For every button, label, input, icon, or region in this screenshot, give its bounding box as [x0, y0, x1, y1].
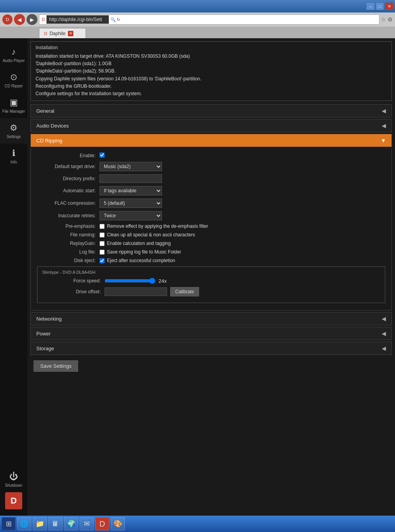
sidebar: ♪ Audio Player ⊙ CD Ripper ▣ File Manage…	[0, 38, 27, 516]
forward-btn[interactable]: ▶	[27, 14, 37, 25]
sidebar-item-audio-player[interactable]: ♪ Audio Player	[0, 42, 27, 67]
pre-emphasis-checkbox[interactable]	[100, 224, 105, 229]
sidebar-label-shutdown: Shutdown	[5, 483, 22, 488]
pre-emphasis-text: Remove effect by applying the de-emphasi…	[107, 223, 208, 229]
minimize-btn[interactable]: –	[366, 2, 375, 10]
bookmark-icon[interactable]: ☆	[381, 16, 386, 23]
tab-bar: D Daphile ✕	[0, 27, 395, 38]
cd-ripping-arrow-icon: ▼	[381, 137, 386, 144]
power-label: Power	[36, 331, 51, 337]
installation-title: Installation	[36, 45, 387, 50]
taskbar-folder-icon[interactable]: 📁	[33, 517, 47, 530]
taskbar-calc-icon[interactable]: 🖩	[48, 517, 62, 530]
title-bar: – □ ✕	[0, 0, 395, 12]
storage-label: Storage	[36, 346, 54, 351]
address-input[interactable]	[46, 15, 109, 24]
sidebar-item-info[interactable]: ℹ Info	[0, 144, 27, 169]
tab-favicon: D	[44, 31, 47, 36]
sidebar-label-audio-player: Audio Player	[3, 59, 25, 63]
close-btn[interactable]: ✕	[385, 2, 393, 10]
audio-devices-arrow-icon: ◀	[382, 122, 386, 129]
browser-tab[interactable]: D Daphile ✕	[39, 28, 86, 38]
force-speed-row: Force speed: 24x	[42, 278, 380, 284]
flac-compression-select[interactable]: 5 (default)	[100, 199, 162, 208]
cd-ripper-icon: ⊙	[10, 72, 17, 82]
log-line-1: Installation started to target drive: AT…	[36, 53, 387, 60]
enable-row: Enable:	[37, 153, 385, 159]
storage-section-header[interactable]: Storage ◀	[30, 342, 392, 355]
disk-eject-label: Disk eject:	[37, 258, 100, 263]
disk-eject-control: Eject after successful completion	[100, 258, 385, 263]
cd-ripping-section-header[interactable]: CD Ripping ▼	[30, 134, 392, 147]
daphile-favicon-back: D	[2, 14, 12, 25]
power-arrow-icon: ◀	[382, 330, 386, 337]
general-arrow-icon: ◀	[382, 108, 386, 114]
file-naming-control: Clean up all special & non ascii charact…	[100, 232, 385, 238]
default-target-drive-label: Default target drive:	[37, 164, 100, 169]
info-icon: ℹ	[12, 148, 15, 158]
sidebar-label-info: Info	[11, 160, 17, 164]
general-section-header[interactable]: General ◀	[30, 104, 392, 117]
settings-gear-icon: ⚙	[10, 123, 18, 133]
power-section-header[interactable]: Power ◀	[30, 327, 392, 340]
sidebar-item-cd-ripper[interactable]: ⊙ CD Ripper	[0, 67, 27, 93]
force-speed-label: Force speed:	[42, 278, 105, 284]
default-target-drive-row: Default target drive: Music (sda2)	[37, 162, 385, 171]
replay-gain-control: Enable calculation and tagging	[100, 241, 385, 246]
directory-prefix-row: Directory prefix:	[37, 174, 385, 183]
flac-compression-row: FLAC compression: 5 (default)	[37, 199, 385, 208]
automatic-start-label: Automatic start:	[37, 188, 100, 193]
replay-gain-checkbox[interactable]	[100, 241, 105, 246]
sidebar-label-file-manager: File Manager	[2, 109, 25, 113]
tab-close-btn[interactable]: ✕	[68, 31, 73, 36]
taskbar-earth-icon[interactable]: 🌍	[64, 517, 78, 530]
log-file-row: Log file: Save ripping log file to Music…	[37, 249, 385, 255]
sidebar-item-shutdown[interactable]: ⏻ Shutdown	[0, 467, 27, 492]
drive-offset-input[interactable]	[105, 287, 167, 296]
log-line-6: Configure settings for the installation …	[36, 90, 387, 98]
cd-ripping-label: CD Ripping	[36, 138, 62, 144]
force-speed-slider[interactable]	[105, 278, 155, 284]
address-bar[interactable]: D 🔍 ↻	[39, 14, 379, 25]
browser-bar: D ◀ ▶ D 🔍 ↻ ☆ ⚙	[0, 12, 395, 27]
log-file-checkbox[interactable]	[100, 250, 105, 255]
automatic-start-select[interactable]: If tags available Always Never	[100, 186, 162, 195]
taskbar-mail-icon[interactable]: ✉	[80, 517, 94, 530]
disk-eject-checkbox[interactable]	[100, 258, 105, 263]
enable-checkbox[interactable]	[100, 153, 105, 158]
maximize-btn[interactable]: □	[375, 2, 384, 10]
audio-devices-label: Audio Devices	[36, 123, 69, 129]
drive-offset-control: Calibrate	[105, 287, 380, 296]
log-line-4: Copying Daphile system files (version 14…	[36, 75, 387, 83]
enable-label: Enable:	[37, 153, 100, 158]
taskbar-start-btn[interactable]: ⊞	[2, 517, 16, 530]
drive-section-title: Slimtype - DVD A DL8A4SH	[42, 270, 380, 275]
enable-control	[100, 153, 385, 159]
sidebar-item-settings[interactable]: ⚙ Settings	[0, 118, 27, 144]
calibrate-button[interactable]: Calibrate	[170, 287, 199, 296]
shutdown-icon: ⏻	[9, 472, 18, 482]
audio-devices-section-header[interactable]: Audio Devices ◀	[30, 119, 392, 132]
drive-section: Slimtype - DVD A DL8A4SH Force speed: 24…	[37, 266, 385, 303]
sidebar-label-settings: Settings	[7, 135, 21, 139]
settings-icon[interactable]: ⚙	[388, 16, 393, 23]
flac-compression-label: FLAC compression:	[37, 200, 100, 206]
save-settings-button[interactable]: Save Settings	[34, 360, 78, 372]
back-btn[interactable]: ◀	[14, 14, 25, 25]
log-line-5: Reconfiguring the GRUB-bootloader.	[36, 83, 387, 90]
directory-prefix-input[interactable]	[100, 174, 162, 183]
storage-arrow-icon: ◀	[382, 345, 386, 351]
default-target-drive-select[interactable]: Music (sda2)	[100, 162, 162, 171]
file-naming-checkbox[interactable]	[100, 232, 105, 238]
taskbar-daphile-icon[interactable]: D	[95, 517, 109, 530]
refresh-icon[interactable]: ↻	[117, 17, 120, 22]
networking-section-header[interactable]: Networking ◀	[30, 312, 392, 325]
taskbar-ie-icon[interactable]: 🌐	[17, 517, 31, 530]
inaccurate-retries-select[interactable]: Twice Once Never	[100, 211, 162, 220]
inaccurate-retries-row: Inaccurate retries: Twice Once Never	[37, 211, 385, 220]
log-line-2: 'DaphileBoot'-partition (sda1): 1.0GB	[36, 60, 387, 67]
networking-arrow-icon: ◀	[382, 316, 386, 322]
taskbar-paint-icon[interactable]: 🎨	[111, 517, 125, 530]
sidebar-item-file-manager[interactable]: ▣ File Manager	[0, 93, 27, 118]
file-naming-row: File naming: Clean up all special & non …	[37, 232, 385, 238]
